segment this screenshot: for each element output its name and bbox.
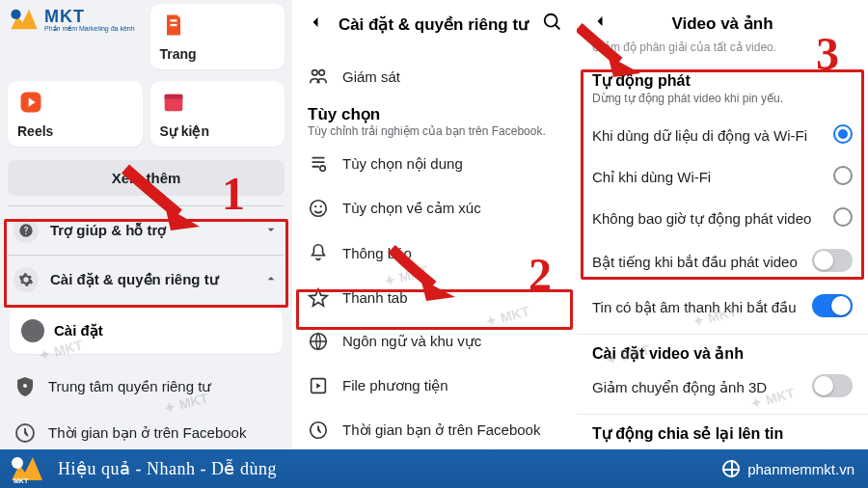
row-text: Thanh tab bbox=[342, 289, 408, 306]
menu-text: Cài đặt & quyền riêng tư bbox=[50, 271, 219, 288]
radio-off[interactable] bbox=[833, 207, 853, 227]
preferences-section: Tùy chọn Tùy chỉnh trải nghiệm của bạn t… bbox=[292, 98, 577, 142]
supervision-row[interactable]: Giám sát bbox=[292, 54, 577, 98]
svg-point-10 bbox=[545, 14, 557, 27]
video-photo-panel: Video và ảnh Giảm độ phân giải của tất c… bbox=[577, 0, 868, 449]
settings-label: Cài đặt bbox=[54, 322, 103, 339]
chevron-down-icon bbox=[263, 222, 279, 240]
video-photo-settings-title: Cài đặt video và ảnh bbox=[577, 339, 868, 365]
svg-point-6 bbox=[23, 384, 27, 388]
svg-point-15 bbox=[314, 205, 316, 207]
svg-point-12 bbox=[319, 70, 325, 76]
shortcut-label: Reels bbox=[17, 123, 133, 139]
back-icon[interactable] bbox=[306, 13, 325, 36]
section-title: Tùy chọn bbox=[308, 104, 561, 124]
row-text: Thông báo bbox=[342, 245, 412, 261]
shortcut-label: Sự kiện bbox=[160, 123, 276, 139]
time-on-fb-row[interactable]: Thời gian bạn ở trên Facebook bbox=[0, 410, 292, 449]
settings-row[interactable]: Cài đặt bbox=[10, 308, 283, 354]
page-title: Cài đặt & quyền riêng tư bbox=[335, 14, 532, 35]
svg-rect-2 bbox=[170, 24, 176, 26]
shortcut-events[interactable]: Sự kiện bbox=[150, 81, 285, 147]
row-text: Thời gian bạn ở trên Facebook bbox=[342, 421, 540, 439]
row-text: File phương tiện bbox=[342, 377, 448, 394]
step-number-1: 1 bbox=[222, 167, 245, 220]
autoplay-mobile-wifi[interactable]: Khi dùng dữ liệu di động và Wi-Fi bbox=[577, 115, 868, 156]
language-row[interactable]: Ngôn ngữ và khu vực bbox=[292, 319, 577, 364]
row-text: Bật tiếng khi bắt đầu phát video bbox=[592, 254, 798, 271]
svg-rect-1 bbox=[170, 19, 176, 21]
row-text: Tùy chọn về cảm xúc bbox=[342, 200, 481, 217]
row-text: Giảm chuyển động ảnh 3D bbox=[592, 379, 767, 396]
footer-banner: MKT Hiệu quả - Nhanh - Dễ dùng phanmemmk… bbox=[0, 449, 868, 488]
autoplay-wifi-only[interactable]: Chỉ khi dùng Wi-Fi bbox=[577, 156, 868, 198]
row-text: Ngôn ngữ và khu vực bbox=[342, 333, 481, 350]
content-pref-row[interactable]: Tùy chọn nội dung bbox=[292, 142, 577, 186]
row-text: Thời gian bạn ở trên Facebook bbox=[48, 424, 246, 442]
settings-panel: Cài đặt & quyền riêng tư Giám sát Tùy ch… bbox=[292, 0, 577, 449]
svg-point-21 bbox=[12, 457, 23, 469]
svg-point-16 bbox=[320, 205, 322, 207]
user-icon bbox=[21, 319, 44, 342]
step-number-3: 3 bbox=[816, 27, 839, 80]
shortcut-pages[interactable]: Trang bbox=[150, 4, 285, 69]
svg-point-13 bbox=[320, 166, 326, 172]
section-subtitle: Tùy chỉnh trải nghiệm của bạn trên Faceb… bbox=[308, 124, 561, 138]
shortcut-reels[interactable]: Reels bbox=[8, 81, 143, 147]
row-text: Không bao giờ tự động phát video bbox=[592, 210, 811, 228]
globe-icon bbox=[722, 460, 740, 477]
reaction-pref-row[interactable]: Tùy chọn về cảm xúc bbox=[292, 186, 577, 230]
row-text: Chỉ khi dùng Wi-Fi bbox=[592, 169, 711, 186]
row-text: Tùy chọn nội dung bbox=[342, 155, 463, 173]
footer-slogan: Hiệu quả - Nhanh - Dễ dùng bbox=[58, 458, 277, 479]
radio-on[interactable] bbox=[833, 124, 853, 144]
menu-panel: MKTPhần mềm Marketing đa kênh Trang Reel… bbox=[0, 0, 292, 449]
search-icon[interactable] bbox=[542, 12, 563, 37]
footer-site: phanmemmkt.vn bbox=[747, 461, 854, 477]
toggle-on[interactable] bbox=[812, 294, 853, 317]
settings-privacy-row[interactable]: Cài đặt & quyền riêng tư bbox=[0, 256, 292, 304]
autoplay-subtitle: Dừng tự động phát video khi pin yếu. bbox=[577, 92, 868, 115]
gear-icon bbox=[14, 267, 39, 292]
menu-text: Trợ giúp & hỗ trợ bbox=[50, 222, 166, 239]
stories-sound[interactable]: Tin có bật âm thanh khi bắt đầu bbox=[577, 285, 868, 330]
row-text: Trung tâm quyền riêng tư bbox=[48, 378, 211, 395]
question-icon bbox=[14, 218, 39, 243]
brand-text: MKT bbox=[44, 8, 135, 25]
back-icon[interactable] bbox=[590, 12, 610, 35]
brand-tagline: Phần mềm Marketing đa kênh bbox=[44, 25, 135, 32]
autoplay-never[interactable]: Không bao giờ tự động phát video bbox=[577, 198, 868, 239]
mkt-logo: MKTPhần mềm Marketing đa kênh bbox=[8, 6, 135, 33]
row-text: Khi dùng dữ liệu di động và Wi-Fi bbox=[592, 127, 807, 145]
help-support-row[interactable]: Trợ giúp & hỗ trợ bbox=[0, 206, 292, 255]
step-number-2: 2 bbox=[529, 248, 552, 301]
toggle-off[interactable] bbox=[812, 374, 853, 397]
toggle-off[interactable] bbox=[812, 249, 853, 272]
privacy-center-row[interactable]: Trung tâm quyền riêng tư bbox=[0, 364, 292, 410]
footer-logo: MKT bbox=[8, 453, 46, 484]
media-row[interactable]: File phương tiện bbox=[292, 364, 577, 408]
row-text: Giám sát bbox=[342, 68, 400, 85]
sound-on-start[interactable]: Bật tiếng khi bắt đầu phát video bbox=[577, 239, 868, 285]
reduce-3d-row[interactable]: Giảm chuyển động ảnh 3D bbox=[577, 365, 868, 410]
svg-rect-5 bbox=[164, 95, 182, 99]
svg-point-11 bbox=[312, 70, 318, 76]
chevron-up-icon bbox=[263, 271, 279, 289]
svg-text:MKT: MKT bbox=[14, 477, 29, 484]
shortcut-label: Trang bbox=[160, 46, 276, 62]
svg-point-14 bbox=[311, 201, 327, 217]
auto-share-title: Tự động chia sẻ lại lên tin bbox=[577, 419, 868, 445]
page-title: Video và ảnh bbox=[610, 14, 835, 34]
row-text: Tin có bật âm thanh khi bắt đầu bbox=[592, 299, 797, 316]
time-row[interactable]: Thời gian bạn ở trên Facebook bbox=[292, 408, 577, 449]
svg-point-0 bbox=[11, 10, 20, 19]
radio-off[interactable] bbox=[833, 166, 853, 185]
